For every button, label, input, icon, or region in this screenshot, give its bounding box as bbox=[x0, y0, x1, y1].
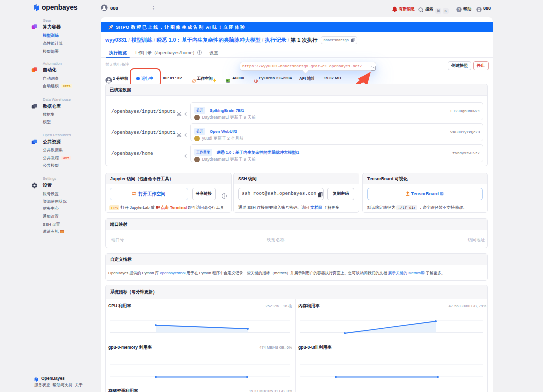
svg-text:?: ? bbox=[458, 8, 460, 11]
